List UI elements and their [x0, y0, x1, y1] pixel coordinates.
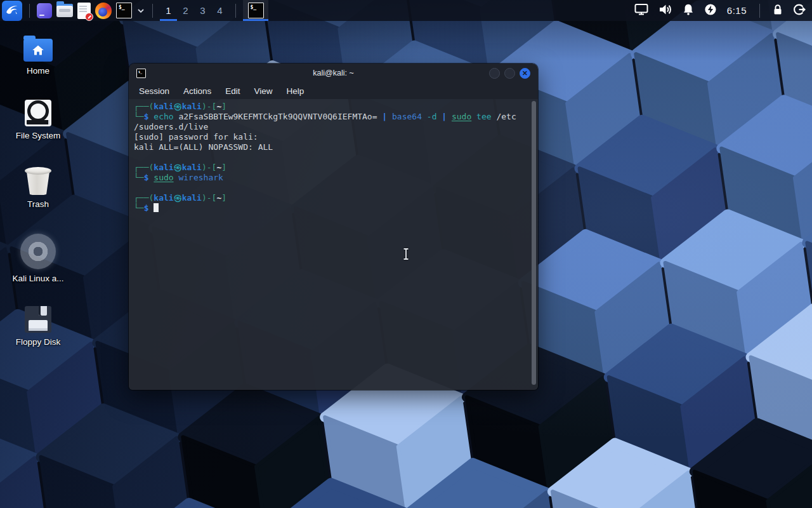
launcher-terminal[interactable]: $_ [116, 0, 132, 21]
document-icon [77, 3, 91, 19]
desktop-icon-trash[interactable]: Trash [4, 166, 72, 209]
power-manager-icon[interactable] [704, 3, 717, 18]
desktop-icon-file-system[interactable]: File System [4, 100, 72, 140]
desktop-icon-label: File System [16, 131, 61, 140]
terminal-window: $_ kali@kali: ~ ✕ Session Actions Edit V… [129, 64, 538, 390]
floppy-disk-icon [25, 306, 51, 333]
purple-app-icon [37, 3, 52, 18]
lock-icon[interactable] [773, 3, 783, 18]
desktop-icon-label: Trash [27, 199, 49, 209]
folder-icon [56, 4, 73, 17]
edit-badge-icon [85, 13, 93, 21]
launcher-file-manager[interactable] [56, 0, 73, 21]
hard-drive-icon [25, 100, 51, 126]
panel-separator [29, 4, 30, 18]
panel-separator [152, 4, 153, 18]
window-menubar: Session Actions Edit View Help [129, 83, 538, 99]
menu-help[interactable]: Help [280, 84, 311, 98]
firefox-icon [95, 3, 112, 19]
desktop-icon-floppy-disk[interactable]: Floppy Disk [4, 306, 72, 347]
scrollbar-thumb[interactable] [532, 101, 536, 385]
panel-separator [759, 4, 760, 18]
chevron-down-icon[interactable] [136, 6, 145, 15]
network-icon[interactable] [634, 3, 648, 18]
terminal-block-cursor [154, 203, 159, 212]
desktop-icon-label: Floppy Disk [16, 337, 61, 347]
kali-dragon-icon [5, 3, 19, 18]
panel-separator [235, 4, 236, 18]
workspace-1[interactable]: 1 [160, 0, 177, 21]
volume-icon[interactable] [658, 3, 672, 18]
logout-icon[interactable] [793, 3, 806, 18]
menu-session[interactable]: Session [133, 84, 176, 98]
workspace-3[interactable]: 3 [194, 0, 211, 21]
desktop-icon-kali-installer[interactable]: Kali Linux a... [4, 234, 72, 283]
launcher-settings[interactable] [37, 0, 52, 21]
maximize-button[interactable] [504, 68, 515, 79]
terminal-lines: ┌──(kali㉿kali)-[~]└─$ echo a2FsaSBBTEw9K… [134, 102, 533, 213]
desktop-icon-label: Kali Linux a... [12, 274, 63, 283]
trash-icon [26, 167, 50, 195]
desktop-icon-home[interactable]: Home [4, 34, 72, 76]
workspace-4[interactable]: 4 [211, 0, 228, 21]
launcher-text-editor[interactable] [77, 0, 91, 21]
terminal-output[interactable]: ┌──(kali㉿kali)-[~]└─$ echo a2FsaSBBTEw9K… [129, 99, 538, 390]
top-panel: $_ 1 2 3 4 $_ [0, 0, 812, 21]
menu-actions[interactable]: Actions [177, 84, 218, 98]
taskbar-item-terminal[interactable]: $_ [243, 0, 268, 21]
menu-view[interactable]: View [248, 84, 279, 98]
home-folder-icon [23, 39, 53, 62]
terminal-icon: $_ [116, 3, 132, 18]
desktop: $_ 1 2 3 4 $_ [0, 0, 812, 508]
minimize-button[interactable] [489, 68, 500, 79]
close-button[interactable]: ✕ [520, 68, 530, 79]
cd-disc-icon [20, 234, 56, 269]
terminal-icon: $_ [136, 69, 146, 78]
workspace-switcher: 1 2 3 4 [160, 0, 228, 21]
window-title: kali@kali: ~ [129, 69, 538, 77]
terminal-icon: $_ [248, 3, 264, 18]
desktop-icon-label: Home [27, 66, 49, 76]
notifications-bell-icon[interactable] [683, 3, 694, 18]
clock[interactable]: 6:15 [727, 5, 747, 16]
window-titlebar[interactable]: $_ kali@kali: ~ ✕ [129, 64, 538, 83]
launcher-firefox[interactable] [95, 0, 112, 21]
applications-menu-button[interactable] [2, 1, 22, 21]
menu-edit[interactable]: Edit [219, 84, 246, 98]
workspace-2[interactable]: 2 [177, 0, 194, 21]
